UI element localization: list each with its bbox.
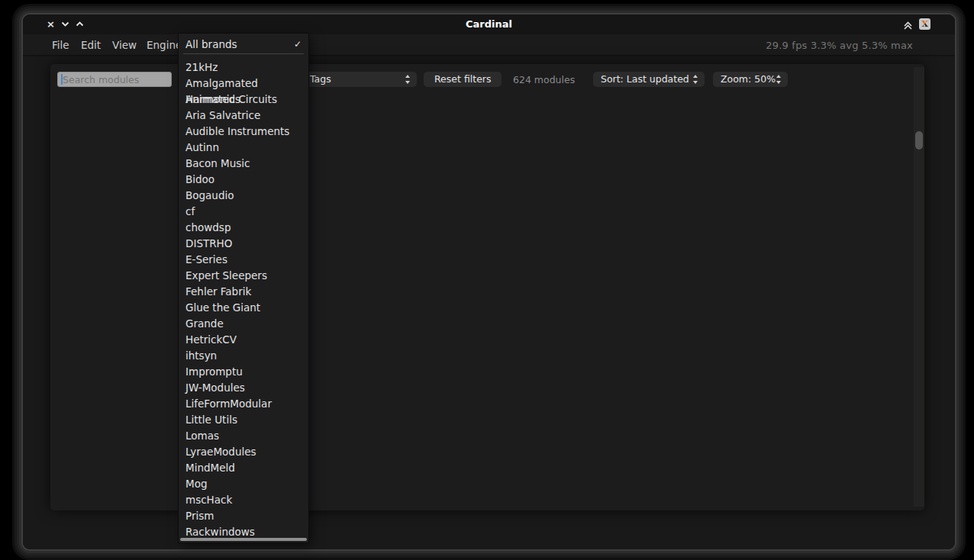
- menu-item-brand[interactable]: Bidoo: [179, 172, 308, 188]
- menu-item-brand[interactable]: DISTRHO: [179, 236, 308, 252]
- updown-icon: [693, 75, 698, 84]
- menu-item-brand[interactable]: Fehler Fabrik: [179, 284, 308, 300]
- search-input[interactable]: [57, 72, 172, 87]
- rollup-icon[interactable]: [903, 19, 913, 34]
- menu-item-brand[interactable]: cf: [179, 204, 308, 220]
- menu-item-brand[interactable]: LyraeModules: [179, 444, 308, 460]
- menu-item-brand[interactable]: Prism: [179, 508, 308, 524]
- menu-separator: [183, 53, 304, 54]
- updown-icon: [405, 75, 411, 84]
- menu-item-brand[interactable]: Bogaudio: [179, 188, 308, 204]
- fps-stats: 29.9 fps 3.3% avg 5.3% max: [766, 40, 913, 51]
- browser-scrollbar-thumb[interactable]: [915, 131, 923, 150]
- menu-item-brand[interactable]: Autinn: [179, 140, 308, 156]
- menu-scroll-hint: [180, 538, 307, 541]
- menu-item-brand[interactable]: Grande: [179, 316, 308, 332]
- menu-item-brand[interactable]: E-Series: [179, 252, 308, 268]
- module-count: 624 modules: [513, 74, 575, 85]
- check-icon: ✓: [294, 37, 302, 53]
- menu-item-brand[interactable]: Little Utils: [179, 412, 308, 428]
- brand-dropdown-menu: All brands ✓ 21kHzAmalgamated HarmonicsA…: [179, 34, 308, 542]
- menu-item-brand[interactable]: Amalgamated Harmonics: [179, 76, 308, 92]
- menu-engine[interactable]: Engine: [147, 39, 182, 51]
- menu-item-brand[interactable]: Glue the Giant: [179, 300, 308, 316]
- menu-item-brand[interactable]: 21kHz: [179, 60, 308, 76]
- menu-item-all-brands[interactable]: All brands ✓: [179, 37, 308, 53]
- menu-item-brand[interactable]: chowdsp: [179, 220, 308, 236]
- menu-item-brand[interactable]: Audible Instruments: [179, 124, 308, 140]
- zoom-dropdown[interactable]: Zoom: 50%: [713, 72, 788, 87]
- reset-filters-button[interactable]: Reset filters: [424, 72, 502, 87]
- menu-view[interactable]: View: [112, 39, 137, 51]
- menu-item-brand[interactable]: Expert Sleepers: [179, 268, 308, 284]
- titlebar: × Cardinal X: [23, 14, 955, 34]
- window-title: Cardinal: [23, 18, 955, 30]
- updown-icon: [776, 75, 782, 84]
- app-icon: X: [919, 18, 930, 30]
- menu-item-brand[interactable]: ihtsyn: [179, 348, 308, 364]
- menubar: File Edit View Engine Help 29.9 fps 3.3%…: [23, 34, 955, 56]
- tags-dropdown[interactable]: Tags: [302, 72, 417, 87]
- menu-edit[interactable]: Edit: [81, 39, 101, 51]
- menu-item-brand[interactable]: Impromptu: [179, 364, 308, 380]
- text-caret: [61, 74, 63, 85]
- menu-item-brand[interactable]: Animated Circuits: [179, 92, 308, 108]
- menu-file[interactable]: File: [52, 39, 69, 51]
- menu-item-brand[interactable]: JW-Modules: [179, 380, 308, 396]
- menu-item-brand[interactable]: Bacon Music: [179, 156, 308, 172]
- menu-item-brand[interactable]: Aria Salvatrice: [179, 108, 308, 124]
- screen: × Cardinal X File Edit View Engine Help …: [0, 0, 974, 560]
- menu-item-brand[interactable]: Lomas: [179, 428, 308, 444]
- menu-item-brand[interactable]: LifeFormModular: [179, 396, 308, 412]
- sort-dropdown[interactable]: Sort: Last updated: [593, 72, 705, 87]
- menu-item-brand[interactable]: Mog: [179, 476, 308, 492]
- menu-item-brand[interactable]: mscHack: [179, 492, 308, 508]
- menu-item-brand[interactable]: MindMeld: [179, 460, 308, 476]
- menu-item-brand[interactable]: HetrickCV: [179, 332, 308, 348]
